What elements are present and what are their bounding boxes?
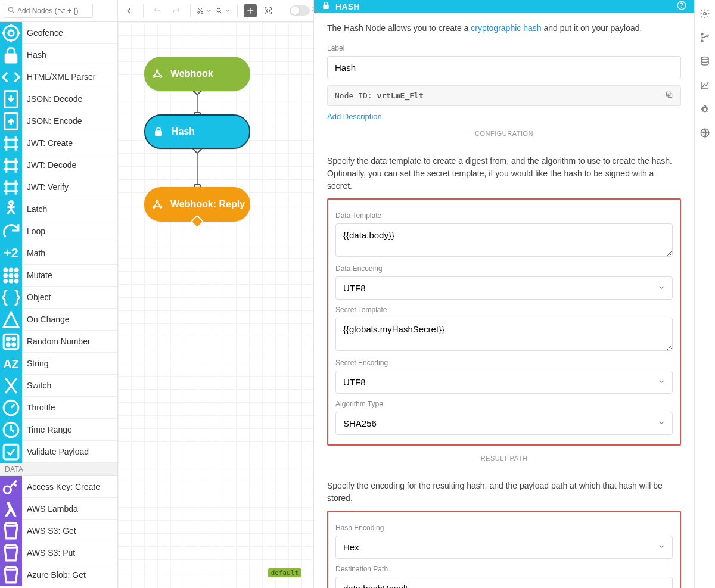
palette-node[interactable]: HTML/XML Parser — [0, 66, 117, 88]
svg-rect-25 — [4, 444, 18, 459]
undo-button[interactable] — [150, 3, 165, 18]
layout-toggle[interactable] — [290, 5, 310, 16]
canvas-toolbar — [118, 0, 313, 22]
algorithm-type-select[interactable]: SHA256 — [335, 412, 673, 435]
palette-node[interactable]: Random Number — [0, 331, 117, 353]
palette-node-label: Hash — [22, 50, 46, 60]
add-nodes-search-input[interactable] — [4, 4, 93, 18]
configuration-group: Data Template Data Encoding UTF8 Secret … — [327, 198, 681, 446]
palette-node[interactable]: +2 Math — [0, 242, 117, 265]
palette-node[interactable]: Time Range — [0, 419, 117, 441]
canvas-node-hash[interactable]: Hash — [144, 114, 250, 149]
lock-icon — [321, 1, 331, 12]
check-icon — [0, 441, 22, 463]
palette-node[interactable]: On Change — [0, 309, 117, 331]
redo-button[interactable] — [169, 3, 184, 18]
chart-icon[interactable] — [700, 80, 710, 91]
palette-node[interactable]: JWT: Create — [0, 132, 117, 154]
palette-node[interactable]: Azure Blob: Get — [0, 564, 117, 586]
svg-point-35 — [156, 200, 158, 202]
loop-icon — [0, 220, 22, 242]
workflow-canvas[interactable]: Webhook Hash Webhook: Reply default — [118, 22, 313, 588]
palette-node-label: Access Key: Create — [22, 482, 100, 491]
palette-node[interactable]: Hash — [0, 44, 117, 66]
palette-node[interactable]: Validate Payload — [0, 441, 117, 463]
database-icon[interactable] — [700, 56, 710, 67]
zoom-menu-button[interactable] — [216, 3, 231, 18]
palette-node[interactable]: Object — [0, 287, 117, 309]
dice-icon — [0, 331, 22, 353]
destination-path-label: Destination Path — [335, 565, 673, 573]
bug-icon[interactable] — [700, 104, 710, 114]
palette-node[interactable]: Throttle — [0, 397, 117, 419]
palette-node[interactable]: JSON: Decode — [0, 88, 117, 110]
palette-node-label: Mutate — [22, 270, 52, 280]
data-template-input[interactable] — [335, 223, 673, 257]
workflow-canvas-area: Webhook Hash Webhook: Reply default — [118, 0, 314, 588]
palette-node[interactable]: AZ String — [0, 353, 117, 375]
copy-icon[interactable] — [665, 91, 673, 101]
canvas-node-label: Hash — [172, 126, 195, 137]
cut-menu-button[interactable] — [197, 3, 212, 18]
secret-encoding-select[interactable]: UTF8 — [335, 371, 673, 394]
palette-node-label: JSON: Encode — [22, 116, 82, 126]
target-icon — [0, 22, 22, 44]
palette-node[interactable]: AWS Lambda — [0, 498, 117, 520]
palette-node[interactable]: JSON: Encode — [0, 110, 117, 132]
svg-point-28 — [201, 12, 203, 14]
svg-point-29 — [217, 8, 220, 12]
back-button[interactable] — [122, 3, 137, 18]
palette-node[interactable]: Access Key: Create — [0, 476, 117, 498]
palette-node[interactable]: Loop — [0, 220, 117, 242]
globe-icon[interactable] — [700, 127, 710, 138]
hash-encoding-select[interactable]: Hex — [335, 536, 673, 559]
canvas-node-webhook[interactable]: Webhook — [144, 57, 250, 91]
code-view-button[interactable] — [260, 3, 276, 18]
palette-node[interactable]: Mutate — [0, 265, 117, 287]
branch-icon[interactable] — [700, 32, 710, 43]
panel-title: HASH — [335, 2, 360, 11]
svg-point-15 — [10, 279, 13, 282]
svg-point-18 — [7, 337, 10, 340]
secret-template-input[interactable] — [335, 318, 673, 351]
add-button[interactable] — [244, 4, 257, 17]
palette-node[interactable]: JWT: Verify — [0, 176, 117, 198]
section-configuration: CONFIGURATION — [468, 130, 540, 137]
palette-node-label: HTML/XML Parser — [22, 72, 95, 82]
edge — [197, 149, 198, 188]
help-icon[interactable] — [676, 0, 687, 13]
result-help-text: Specify the encoding for the resulting h… — [327, 480, 681, 505]
result-path-group: Hash Encoding Hex Destination Path — [327, 511, 681, 588]
crypto-hash-link[interactable]: cryptographic hash — [471, 23, 541, 33]
palette-node[interactable]: AWS S3: Get — [0, 520, 117, 542]
webhook-icon — [144, 68, 170, 80]
data-encoding-select[interactable]: UTF8 — [335, 276, 673, 300]
palette-node-label: Validate Payload — [22, 447, 89, 456]
palette-node[interactable]: AWS S3: Put — [0, 542, 117, 564]
destination-path-input[interactable] — [335, 577, 673, 588]
label-input[interactable] — [327, 56, 681, 79]
palette-node-label: On Change — [22, 315, 70, 324]
svg-point-10 — [15, 268, 18, 271]
palette-node[interactable]: JWT: Decode — [0, 154, 117, 176]
svg-point-0 — [8, 7, 13, 11]
svg-point-19 — [13, 337, 15, 340]
gear-icon[interactable] — [700, 8, 710, 19]
switch-icon — [0, 375, 22, 397]
svg-text:AZ: AZ — [3, 357, 19, 371]
palette-node-label: AWS Lambda — [22, 504, 78, 514]
data-template-label: Data Template — [335, 211, 673, 220]
add-description-link[interactable]: Add Description — [327, 112, 382, 121]
file-in-icon — [0, 88, 22, 110]
braces-icon — [0, 287, 22, 309]
webhook-icon — [144, 198, 170, 210]
svg-point-12 — [10, 274, 13, 277]
svg-point-47 — [701, 57, 708, 60]
svg-point-31 — [156, 70, 158, 71]
palette-node[interactable]: Geofence — [0, 22, 117, 44]
svg-point-2 — [8, 30, 14, 35]
jwt-icon — [0, 176, 22, 198]
palette-node[interactable]: Switch — [0, 375, 117, 397]
add-nodes-search[interactable] — [4, 4, 93, 18]
palette-node[interactable]: Latch — [0, 198, 117, 220]
